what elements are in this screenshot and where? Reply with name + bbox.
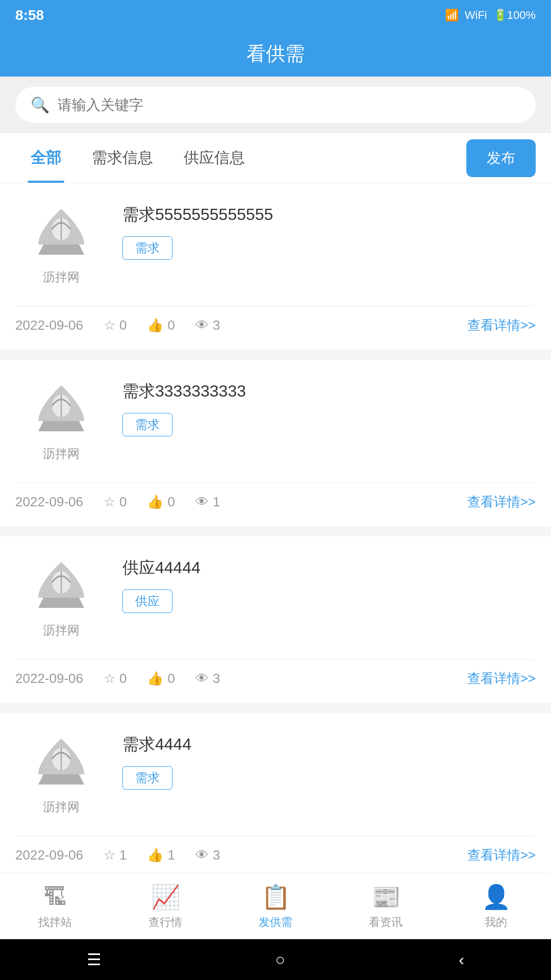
like-stat: 👍 0 [147, 494, 174, 510]
detail-link[interactable]: 查看详情>> [467, 846, 536, 864]
system-nav: ☰ ○ ‹ [0, 939, 551, 980]
star-stat: ☆ 1 [104, 847, 127, 863]
search-wrapper: 🔍 [0, 77, 551, 133]
status-time: 8:58 [15, 7, 44, 23]
list-container: 沥拌网 需求5555555555555 需求 2022-09-06 ☆ 0 👍 [0, 183, 551, 879]
detail-link[interactable]: 查看详情>> [467, 316, 536, 334]
item-tag: 需求 [122, 413, 172, 436]
star-count: 1 [119, 847, 127, 863]
logo-text: 沥拌网 [43, 622, 80, 639]
item-title: 需求5555555555555 [122, 204, 536, 226]
page-header: 看供需 [0, 31, 551, 77]
tabs-row: 全部 需求信息 供应信息 发布 [0, 133, 551, 183]
item-footer: 2022-09-06 ☆ 0 👍 0 👁 1 查看详情>> [15, 482, 536, 511]
star-stat: ☆ 0 [104, 494, 127, 510]
item-date: 2022-09-06 [15, 317, 83, 333]
star-count: 0 [119, 671, 127, 687]
nav-icon-find-station: 🏗 [43, 883, 67, 911]
nav-label-find-station: 找拌站 [38, 915, 72, 930]
logo-text: 沥拌网 [43, 269, 80, 285]
nav-item-find-station[interactable]: 🏗 找拌站 [0, 875, 110, 938]
nav-icon-check-market: 📈 [151, 883, 180, 911]
view-icon: 👁 [195, 317, 209, 333]
item-logo: 沥拌网 [15, 199, 107, 290]
item-tag: 供应 [122, 590, 172, 613]
item-info: 供应44444 供应 [122, 552, 536, 613]
nav-item-post-supply[interactable]: 📋 发供需 [220, 875, 331, 938]
item-date: 2022-09-06 [15, 671, 83, 687]
star-icon: ☆ [104, 317, 115, 333]
nav-label-read-news: 看资讯 [369, 915, 403, 930]
star-icon: ☆ [104, 847, 115, 863]
like-stat: 👍 0 [147, 671, 174, 687]
like-count: 0 [167, 671, 174, 687]
like-icon: 👍 [147, 847, 163, 863]
item-title: 需求4444 [122, 733, 536, 756]
like-count: 1 [167, 847, 174, 863]
view-count: 3 [213, 671, 220, 687]
star-icon: ☆ [104, 671, 115, 687]
item-title: 需求3333333333 [122, 380, 536, 403]
list-item: 沥拌网 供应44444 供应 2022-09-06 ☆ 0 👍 0 [0, 536, 551, 703]
like-icon: 👍 [147, 671, 163, 687]
detail-link[interactable]: 查看详情>> [467, 670, 536, 688]
nav-label-post-supply: 发供需 [259, 915, 292, 930]
star-stat: ☆ 0 [104, 671, 127, 687]
home-button[interactable]: ○ [275, 950, 285, 969]
search-input[interactable] [58, 97, 520, 113]
view-icon: 👁 [195, 671, 209, 687]
item-info: 需求4444 需求 [122, 728, 536, 790]
list-item: 沥拌网 需求5555555555555 需求 2022-09-06 ☆ 0 👍 [0, 183, 551, 350]
detail-link[interactable]: 查看详情>> [467, 493, 536, 511]
view-icon: 👁 [195, 847, 209, 863]
item-tag: 需求 [122, 766, 172, 790]
star-stat: ☆ 0 [104, 317, 127, 333]
nav-label-check-market: 查行情 [148, 915, 182, 930]
item-footer: 2022-09-06 ☆ 1 👍 1 👁 3 查看详情>> [15, 836, 536, 864]
view-stat: 👁 3 [195, 671, 220, 687]
logo-text: 沥拌网 [43, 446, 80, 462]
search-icon: 🔍 [31, 96, 49, 114]
view-stat: 👁 3 [195, 317, 220, 333]
item-info: 需求3333333333 需求 [122, 375, 536, 436]
status-bar: 8:58 📶 WiFi 🔋100% [0, 0, 551, 31]
menu-button[interactable]: ☰ [87, 950, 102, 969]
like-icon: 👍 [147, 317, 163, 333]
star-icon: ☆ [104, 494, 115, 510]
publish-button[interactable]: 发布 [466, 139, 536, 177]
signal-icon: 📶 [445, 9, 459, 22]
like-stat: 👍 0 [147, 317, 174, 333]
status-right: 📶 WiFi 🔋100% [445, 9, 536, 22]
like-stat: 👍 1 [147, 847, 174, 863]
item-logo: 沥拌网 [15, 728, 107, 820]
item-date: 2022-09-06 [15, 847, 83, 863]
view-icon: 👁 [195, 494, 209, 510]
logo-text: 沥拌网 [43, 799, 80, 815]
list-item: 沥拌网 需求4444 需求 2022-09-06 ☆ 1 👍 1 [0, 713, 551, 879]
tab-all[interactable]: 全部 [15, 133, 77, 183]
star-count: 0 [119, 494, 127, 510]
nav-item-my-profile[interactable]: 👤 我的 [441, 875, 551, 938]
back-button[interactable]: ‹ [459, 950, 464, 969]
item-info: 需求5555555555555 需求 [122, 199, 536, 260]
bottom-nav: 🏗 找拌站 📈 查行情 📋 发供需 📰 看资讯 👤 我的 [0, 873, 551, 939]
view-count: 1 [213, 494, 220, 510]
tab-supply[interactable]: 供应信息 [168, 133, 260, 183]
tab-demand[interactable]: 需求信息 [77, 133, 168, 183]
like-icon: 👍 [147, 494, 163, 510]
view-count: 3 [213, 847, 220, 863]
item-logo: 沥拌网 [15, 552, 107, 644]
battery-icon: 🔋100% [493, 9, 536, 22]
item-logo: 沥拌网 [15, 375, 107, 467]
view-stat: 👁 1 [195, 494, 220, 510]
nav-item-check-market[interactable]: 📈 查行情 [110, 875, 220, 938]
list-item: 沥拌网 需求3333333333 需求 2022-09-06 ☆ 0 👍 [0, 360, 551, 526]
view-stat: 👁 3 [195, 847, 220, 863]
item-date: 2022-09-06 [15, 494, 83, 510]
item-footer: 2022-09-06 ☆ 0 👍 0 👁 3 查看详情>> [15, 659, 536, 688]
search-bar[interactable]: 🔍 [15, 87, 536, 123]
wifi-icon: WiFi [465, 9, 487, 22]
like-count: 0 [167, 317, 174, 333]
nav-label-my-profile: 我的 [485, 915, 507, 930]
nav-item-read-news[interactable]: 📰 看资讯 [331, 875, 441, 938]
